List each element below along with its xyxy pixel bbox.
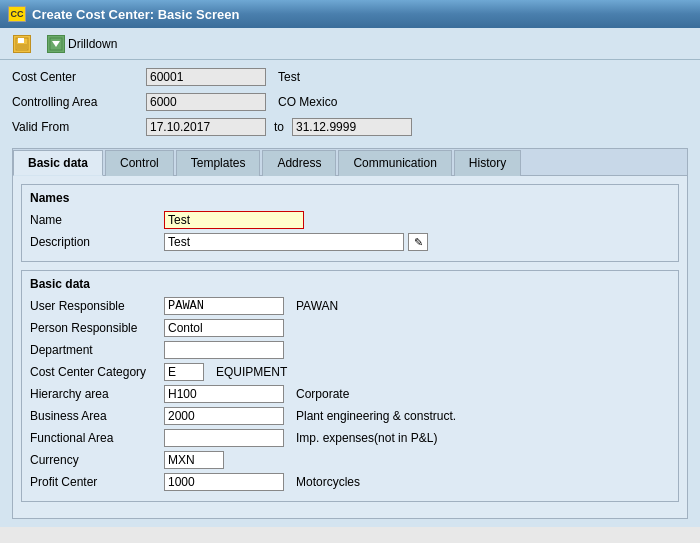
drilldown-label: Drilldown: [68, 37, 117, 51]
business-area-row: Business Area Plant engineering & constr…: [30, 407, 670, 425]
currency-input[interactable]: [164, 451, 224, 469]
drilldown-icon: [47, 35, 65, 53]
to-label: to: [274, 120, 284, 134]
profit-center-name: Motorcycles: [296, 475, 360, 489]
name-label: Name: [30, 213, 160, 227]
cost-center-input[interactable]: [146, 68, 266, 86]
edit-icon-symbol: ✎: [414, 236, 423, 249]
svg-rect-2: [17, 44, 27, 49]
cost-center-category-name: EQUIPMENT: [216, 365, 287, 379]
save-icon: [13, 35, 31, 53]
page-title: Create Cost Center: Basic Screen: [32, 7, 239, 22]
department-input[interactable]: [164, 341, 284, 359]
cost-center-category-label: Cost Center Category: [30, 365, 160, 379]
description-input[interactable]: [164, 233, 404, 251]
valid-from-label: Valid From: [12, 120, 142, 134]
business-area-name: Plant engineering & construct.: [296, 409, 456, 423]
tab-templates[interactable]: Templates: [176, 150, 261, 176]
main-content: Cost Center Test Controlling Area CO Mex…: [0, 60, 700, 527]
basic-data-section: Basic data User Responsible PAWAN Person…: [21, 270, 679, 502]
tab-basic-data[interactable]: Basic data: [13, 150, 103, 176]
basic-data-section-title: Basic data: [30, 277, 670, 291]
cost-center-category-row: Cost Center Category EQUIPMENT: [30, 363, 670, 381]
currency-row: Currency: [30, 451, 670, 469]
controlling-area-input[interactable]: [146, 93, 266, 111]
toolbar: Drilldown: [0, 28, 700, 60]
controlling-area-label: Controlling Area: [12, 95, 142, 109]
tab-address[interactable]: Address: [262, 150, 336, 176]
name-row: Name: [30, 211, 670, 229]
profit-center-input[interactable]: [164, 473, 284, 491]
business-area-label: Business Area: [30, 409, 160, 423]
hierarchy-area-name: Corporate: [296, 387, 349, 401]
tab-communication[interactable]: Communication: [338, 150, 451, 176]
controlling-area-row: Controlling Area CO Mexico: [12, 93, 688, 111]
person-responsible-label: Person Responsible: [30, 321, 160, 335]
tab-history[interactable]: History: [454, 150, 521, 176]
edit-icon[interactable]: ✎: [408, 233, 428, 251]
tabs-container: Basic data Control Templates Address Com…: [12, 148, 688, 519]
functional-area-name: Imp. expenses(not in P&L): [296, 431, 437, 445]
cost-center-name: Test: [278, 70, 300, 84]
user-responsible-row: User Responsible PAWAN: [30, 297, 670, 315]
tabs-header: Basic data Control Templates Address Com…: [13, 149, 687, 176]
functional-area-input[interactable]: [164, 429, 284, 447]
valid-from-row: Valid From to: [12, 118, 688, 136]
person-responsible-row: Person Responsible: [30, 319, 670, 337]
title-bar: CC Create Cost Center: Basic Screen: [0, 0, 700, 28]
functional-area-label: Functional Area: [30, 431, 160, 445]
save-button[interactable]: [8, 32, 36, 56]
cost-center-category-input[interactable]: [164, 363, 204, 381]
description-label: Description: [30, 235, 160, 249]
hierarchy-area-label: Hierarchy area: [30, 387, 160, 401]
department-label: Department: [30, 343, 160, 357]
tab-control[interactable]: Control: [105, 150, 174, 176]
cost-center-label: Cost Center: [12, 70, 142, 84]
description-row: Description ✎: [30, 233, 670, 251]
tab-content: Names Name Description ✎ Basic data Us: [13, 176, 687, 518]
names-section: Names Name Description ✎: [21, 184, 679, 262]
drilldown-button[interactable]: Drilldown: [42, 32, 122, 56]
user-responsible-label: User Responsible: [30, 299, 160, 313]
controlling-area-name: CO Mexico: [278, 95, 337, 109]
title-bar-icon: CC: [8, 6, 26, 22]
profit-center-row: Profit Center Motorcycles: [30, 473, 670, 491]
person-responsible-input[interactable]: [164, 319, 284, 337]
business-area-input[interactable]: [164, 407, 284, 425]
user-responsible-name: PAWAN: [296, 299, 338, 313]
user-responsible-input[interactable]: [164, 297, 284, 315]
hierarchy-area-row: Hierarchy area Corporate: [30, 385, 670, 403]
hierarchy-area-input[interactable]: [164, 385, 284, 403]
cost-center-row: Cost Center Test: [12, 68, 688, 86]
valid-to-input[interactable]: [292, 118, 412, 136]
profit-center-label: Profit Center: [30, 475, 160, 489]
functional-area-row: Functional Area Imp. expenses(not in P&L…: [30, 429, 670, 447]
svg-rect-1: [18, 38, 24, 43]
names-section-title: Names: [30, 191, 670, 205]
valid-from-input[interactable]: [146, 118, 266, 136]
department-row: Department: [30, 341, 670, 359]
name-input[interactable]: [164, 211, 304, 229]
currency-label: Currency: [30, 453, 160, 467]
